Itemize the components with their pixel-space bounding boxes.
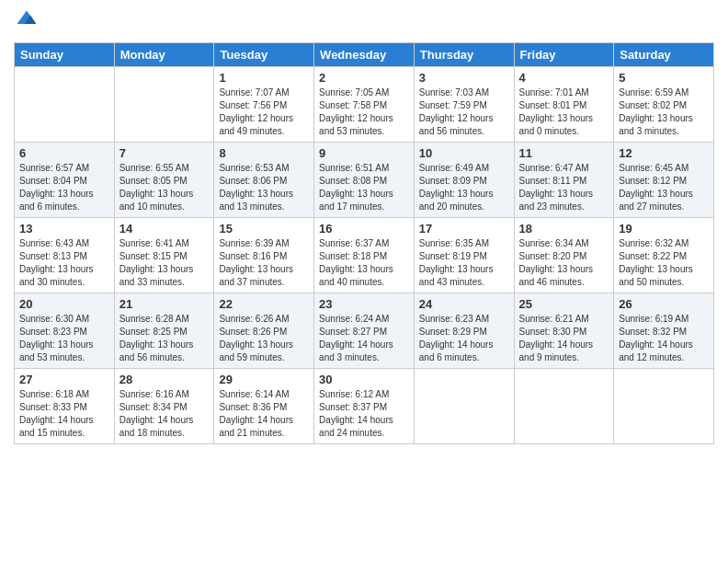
day-info: Sunrise: 7:07 AM Sunset: 7:56 PM Dayligh… xyxy=(219,86,309,138)
calendar-cell xyxy=(614,369,714,444)
day-info: Sunrise: 6:34 AM Sunset: 8:20 PM Dayligh… xyxy=(519,237,609,289)
day-info: Sunrise: 6:28 AM Sunset: 8:25 PM Dayligh… xyxy=(119,313,210,364)
day-number: 17 xyxy=(419,222,509,236)
day-number: 2 xyxy=(319,71,409,85)
calendar: SundayMondayTuesdayWednesdayThursdayFrid… xyxy=(14,42,714,444)
day-number: 12 xyxy=(619,146,709,160)
weekday-header: Thursday xyxy=(414,43,514,67)
day-number: 27 xyxy=(19,373,109,386)
calendar-body: 1Sunrise: 7:07 AM Sunset: 7:56 PM Daylig… xyxy=(15,67,714,444)
weekday-header: Tuesday xyxy=(214,43,314,67)
calendar-cell: 12Sunrise: 6:45 AM Sunset: 8:12 PM Dayli… xyxy=(614,143,714,218)
logo xyxy=(14,9,41,35)
calendar-cell: 20Sunrise: 6:30 AM Sunset: 8:23 PM Dayli… xyxy=(15,293,115,369)
calendar-cell: 2Sunrise: 7:05 AM Sunset: 7:58 PM Daylig… xyxy=(314,67,415,143)
day-info: Sunrise: 6:30 AM Sunset: 8:23 PM Dayligh… xyxy=(19,313,109,364)
day-number: 18 xyxy=(519,222,609,236)
weekday-header: Wednesday xyxy=(314,43,415,67)
calendar-cell: 15Sunrise: 6:39 AM Sunset: 8:16 PM Dayli… xyxy=(214,218,314,293)
day-number: 9 xyxy=(319,146,409,160)
day-info: Sunrise: 6:53 AM Sunset: 8:06 PM Dayligh… xyxy=(219,162,309,213)
calendar-cell: 13Sunrise: 6:43 AM Sunset: 8:13 PM Dayli… xyxy=(15,218,115,293)
calendar-cell: 22Sunrise: 6:26 AM Sunset: 8:26 PM Dayli… xyxy=(214,293,314,369)
header xyxy=(14,9,714,35)
calendar-week-row: 6Sunrise: 6:57 AM Sunset: 8:04 PM Daylig… xyxy=(15,143,714,218)
calendar-cell: 17Sunrise: 6:35 AM Sunset: 8:19 PM Dayli… xyxy=(414,218,514,293)
day-info: Sunrise: 6:43 AM Sunset: 8:13 PM Dayligh… xyxy=(19,237,109,289)
calendar-cell: 27Sunrise: 6:18 AM Sunset: 8:33 PM Dayli… xyxy=(15,369,115,444)
day-info: Sunrise: 7:05 AM Sunset: 7:58 PM Dayligh… xyxy=(319,86,409,138)
page: SundayMondayTuesdayWednesdayThursdayFrid… xyxy=(0,0,728,563)
day-info: Sunrise: 6:55 AM Sunset: 8:05 PM Dayligh… xyxy=(119,162,210,213)
day-info: Sunrise: 6:41 AM Sunset: 8:15 PM Dayligh… xyxy=(119,237,210,289)
day-number: 21 xyxy=(119,297,210,311)
day-info: Sunrise: 6:12 AM Sunset: 8:37 PM Dayligh… xyxy=(319,388,409,440)
day-info: Sunrise: 6:57 AM Sunset: 8:04 PM Dayligh… xyxy=(19,162,109,213)
calendar-cell: 16Sunrise: 6:37 AM Sunset: 8:18 PM Dayli… xyxy=(314,218,415,293)
calendar-cell: 18Sunrise: 6:34 AM Sunset: 8:20 PM Dayli… xyxy=(514,218,614,293)
day-number: 5 xyxy=(619,71,709,85)
calendar-cell: 30Sunrise: 6:12 AM Sunset: 8:37 PM Dayli… xyxy=(314,369,415,444)
day-info: Sunrise: 6:26 AM Sunset: 8:26 PM Dayligh… xyxy=(219,313,309,364)
day-number: 3 xyxy=(419,71,509,85)
calendar-cell: 24Sunrise: 6:23 AM Sunset: 8:29 PM Dayli… xyxy=(414,293,514,369)
day-info: Sunrise: 6:35 AM Sunset: 8:19 PM Dayligh… xyxy=(419,237,509,289)
calendar-cell xyxy=(514,369,614,444)
calendar-cell: 4Sunrise: 7:01 AM Sunset: 8:01 PM Daylig… xyxy=(514,67,614,143)
day-number: 25 xyxy=(519,297,609,311)
calendar-cell: 23Sunrise: 6:24 AM Sunset: 8:27 PM Dayli… xyxy=(314,293,415,369)
day-number: 19 xyxy=(619,222,709,236)
calendar-cell: 6Sunrise: 6:57 AM Sunset: 8:04 PM Daylig… xyxy=(15,143,115,218)
day-info: Sunrise: 7:01 AM Sunset: 8:01 PM Dayligh… xyxy=(519,86,609,138)
day-number: 6 xyxy=(19,146,109,160)
day-number: 23 xyxy=(319,297,409,311)
day-number: 20 xyxy=(19,297,109,311)
calendar-cell: 1Sunrise: 7:07 AM Sunset: 7:56 PM Daylig… xyxy=(214,67,314,143)
day-number: 10 xyxy=(419,146,509,160)
day-number: 7 xyxy=(119,146,210,160)
calendar-cell: 7Sunrise: 6:55 AM Sunset: 8:05 PM Daylig… xyxy=(114,143,214,218)
day-info: Sunrise: 7:03 AM Sunset: 7:59 PM Dayligh… xyxy=(419,86,509,138)
weekday-header: Friday xyxy=(514,43,614,67)
calendar-cell: 29Sunrise: 6:14 AM Sunset: 8:36 PM Dayli… xyxy=(214,369,314,444)
logo-icon xyxy=(16,9,38,31)
calendar-cell: 28Sunrise: 6:16 AM Sunset: 8:34 PM Dayli… xyxy=(114,369,214,444)
calendar-cell: 26Sunrise: 6:19 AM Sunset: 8:32 PM Dayli… xyxy=(614,293,714,369)
day-info: Sunrise: 6:59 AM Sunset: 8:02 PM Dayligh… xyxy=(619,86,709,138)
day-info: Sunrise: 6:21 AM Sunset: 8:30 PM Dayligh… xyxy=(519,313,609,364)
weekday-header: Monday xyxy=(114,43,214,67)
day-number: 29 xyxy=(219,373,309,386)
calendar-cell: 14Sunrise: 6:41 AM Sunset: 8:15 PM Dayli… xyxy=(114,218,214,293)
calendar-week-row: 1Sunrise: 7:07 AM Sunset: 7:56 PM Daylig… xyxy=(15,67,714,143)
calendar-cell: 21Sunrise: 6:28 AM Sunset: 8:25 PM Dayli… xyxy=(114,293,214,369)
day-info: Sunrise: 6:45 AM Sunset: 8:12 PM Dayligh… xyxy=(619,162,709,213)
day-info: Sunrise: 6:32 AM Sunset: 8:22 PM Dayligh… xyxy=(619,237,709,289)
day-info: Sunrise: 6:49 AM Sunset: 8:09 PM Dayligh… xyxy=(419,162,509,213)
calendar-week-row: 20Sunrise: 6:30 AM Sunset: 8:23 PM Dayli… xyxy=(15,293,714,369)
day-info: Sunrise: 6:14 AM Sunset: 8:36 PM Dayligh… xyxy=(219,388,309,440)
day-info: Sunrise: 6:16 AM Sunset: 8:34 PM Dayligh… xyxy=(119,388,210,440)
calendar-cell: 9Sunrise: 6:51 AM Sunset: 8:08 PM Daylig… xyxy=(314,143,415,218)
calendar-cell xyxy=(414,369,514,444)
day-number: 13 xyxy=(19,222,109,236)
calendar-week-row: 13Sunrise: 6:43 AM Sunset: 8:13 PM Dayli… xyxy=(15,218,714,293)
day-info: Sunrise: 6:47 AM Sunset: 8:11 PM Dayligh… xyxy=(519,162,609,213)
day-info: Sunrise: 6:24 AM Sunset: 8:27 PM Dayligh… xyxy=(319,313,409,364)
day-number: 8 xyxy=(219,146,309,160)
weekday-header: Sunday xyxy=(15,43,115,67)
day-number: 15 xyxy=(219,222,309,236)
calendar-cell: 8Sunrise: 6:53 AM Sunset: 8:06 PM Daylig… xyxy=(214,143,314,218)
calendar-cell: 10Sunrise: 6:49 AM Sunset: 8:09 PM Dayli… xyxy=(414,143,514,218)
day-number: 24 xyxy=(419,297,509,311)
calendar-cell: 5Sunrise: 6:59 AM Sunset: 8:02 PM Daylig… xyxy=(614,67,714,143)
calendar-cell xyxy=(15,67,115,143)
day-number: 4 xyxy=(519,71,609,85)
day-info: Sunrise: 6:51 AM Sunset: 8:08 PM Dayligh… xyxy=(319,162,409,213)
calendar-cell xyxy=(114,67,214,143)
day-number: 11 xyxy=(519,146,609,160)
day-info: Sunrise: 6:37 AM Sunset: 8:18 PM Dayligh… xyxy=(319,237,409,289)
day-number: 26 xyxy=(619,297,709,311)
day-number: 1 xyxy=(219,71,309,85)
day-info: Sunrise: 6:39 AM Sunset: 8:16 PM Dayligh… xyxy=(219,237,309,289)
day-number: 22 xyxy=(219,297,309,311)
